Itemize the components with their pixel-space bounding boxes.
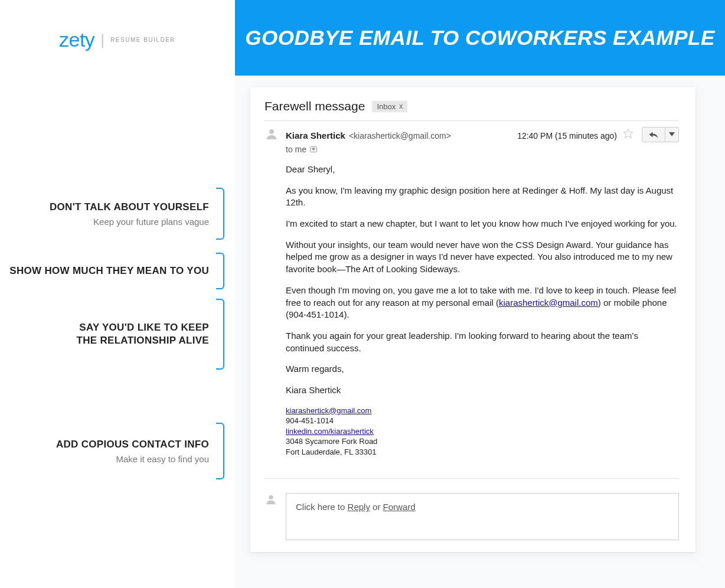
email-body: Dear Sheryl, As you know, I'm leaving my… — [286, 164, 679, 457]
annotation-1-title: DON'T TALK ABOUT YOURSELF — [50, 201, 209, 214]
greeting: Dear Sheryl, — [286, 164, 679, 176]
paragraph-2: I'm excited to start a new chapter, but … — [286, 218, 679, 230]
inbox-label[interactable]: Inbox x — [372, 101, 407, 112]
sig-addr2: Fort Lauderdale, FL 33301 — [286, 447, 376, 456]
bracket-icon — [216, 423, 224, 479]
chevron-down-icon[interactable] — [310, 145, 317, 154]
sig-phone: 904-451-1014 — [286, 416, 334, 425]
page-title: GOODBYE EMAIL TO COWORKERS EXAMPLE — [245, 26, 715, 50]
annotation-2: SHOW HOW MUCH THEY MEAN TO YOU — [9, 253, 224, 289]
email-subject: Farewell message — [264, 99, 365, 113]
bracket-icon — [216, 188, 224, 240]
svg-marker-2 — [669, 132, 675, 136]
reply-box[interactable]: Click here to Reply or Forward — [286, 493, 679, 540]
to-line: to me — [286, 145, 679, 154]
more-button[interactable] — [665, 127, 679, 142]
paragraph-1: As you know, I'm leaving my graphic desi… — [286, 185, 679, 209]
brand-subtitle: RESUME BUILDER — [110, 37, 175, 43]
annotation-3: SAY YOU'D LIKE TO KEEP THE RELATIONSHIP … — [77, 299, 224, 370]
sig-addr1: 3048 Sycamore Fork Road — [286, 437, 377, 446]
sig-linkedin-link[interactable]: linkedin.com/kiarashertick — [286, 427, 374, 436]
reply-link[interactable]: Reply — [348, 502, 370, 512]
close-icon[interactable]: x — [399, 102, 403, 110]
logo-divider: | — [100, 31, 104, 49]
paragraph-5: Thank you again for your great leadershi… — [286, 330, 679, 354]
paragraph-3: Without your insights, our team would ne… — [286, 239, 679, 276]
inbox-label-text: Inbox — [377, 102, 396, 111]
email-header: Kiara Shertick <kiarashertick@gmail.com>… — [264, 127, 679, 154]
svg-point-5 — [269, 495, 273, 499]
annotation-1: DON'T TALK ABOUT YOURSELF Keep your futu… — [50, 188, 224, 240]
annotation-2-title: SHOW HOW MUCH THEY MEAN TO YOU — [9, 264, 209, 277]
annotation-4-title: ADD COPIOUS CONTACT INFO — [56, 438, 209, 451]
annotation-4: ADD COPIOUS CONTACT INFO Make it easy to… — [56, 423, 224, 479]
forward-link[interactable]: Forward — [383, 502, 416, 512]
sender-name: Kiara Shertick — [286, 130, 345, 141]
annotation-3-title-l1: SAY YOU'D LIKE TO KEEP — [77, 321, 209, 334]
svg-point-0 — [269, 129, 274, 134]
bracket-icon — [216, 299, 224, 370]
reply-area: Click here to Reply or Forward — [264, 478, 679, 540]
signature: kiarashertick@gmail.com 904-451-1014 lin… — [286, 406, 679, 458]
annotation-1-sub: Keep your future plans vague — [50, 217, 209, 227]
body-email-link[interactable]: kiarashertick@gmail.com — [499, 298, 598, 308]
svg-marker-4 — [312, 148, 315, 151]
subject-row: Farewell message Inbox x — [264, 99, 679, 121]
annotation-3-title-l2: THE RELATIONSHIP ALIVE — [77, 334, 209, 347]
star-icon[interactable] — [623, 128, 633, 139]
to-text: to me — [286, 145, 306, 154]
annotation-4-sub: Make it easy to find you — [56, 454, 209, 464]
reply-prefix: Click here to — [296, 502, 348, 512]
avatar-icon — [264, 127, 279, 141]
avatar-icon — [264, 493, 277, 506]
sender-email: <kiarashertick@gmail.com> — [349, 131, 451, 141]
header-banner: GOODBYE EMAIL TO COWORKERS EXAMPLE — [235, 0, 725, 76]
bracket-icon — [216, 253, 224, 289]
logo-area: zety | RESUME BUILDER — [59, 28, 175, 51]
reply-button[interactable] — [642, 127, 665, 142]
reply-or: or — [370, 502, 383, 512]
sign-name: Kiara Shertick — [286, 384, 679, 397]
regards: Warm regards, — [286, 363, 679, 375]
paragraph-4: Even though I'm moving on, you gave me a… — [286, 285, 679, 321]
sidebar: zety | RESUME BUILDER DON'T TALK ABOUT Y… — [0, 0, 235, 588]
sig-email-link[interactable]: kiarashertick@gmail.com — [286, 406, 371, 415]
email-card: Farewell message Inbox x Kiara Shertick … — [250, 87, 695, 552]
timestamp: 12:40 PM (15 minutes ago) — [517, 131, 617, 141]
brand-logo: zety — [59, 28, 94, 51]
svg-marker-1 — [624, 129, 633, 138]
